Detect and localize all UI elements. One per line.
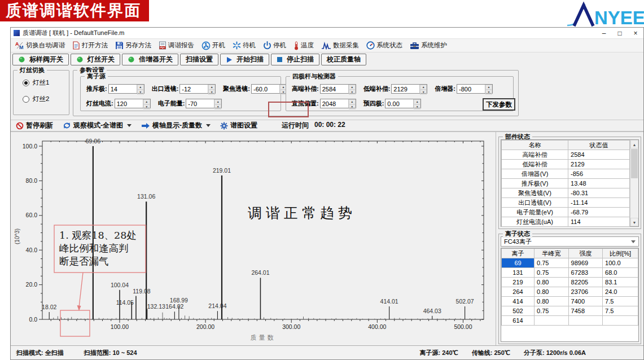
spinner-down-icon[interactable]: ▼ xyxy=(208,90,215,95)
svg-text:100.04: 100.04 xyxy=(111,282,129,288)
spinner-down-icon[interactable]: ▼ xyxy=(137,90,144,95)
calibrate-mass-axis-button[interactable]: 校正质量轴 xyxy=(321,54,366,65)
scrollbar[interactable]: ▲ ▼ xyxy=(630,140,638,226)
send-params-button[interactable]: 下发参数 xyxy=(483,98,515,111)
electron-energy-spinner[interactable]: -70▲▼ xyxy=(186,99,222,108)
toolbar-item-data-acquisition[interactable]: 数据采集 xyxy=(321,41,359,50)
scroll-down-icon[interactable]: ▼ xyxy=(630,218,638,226)
dc-offset-spinner[interactable]: 2048▲▼ xyxy=(320,99,356,108)
pre-quad-spinner[interactable]: 0.00▲▼ xyxy=(385,99,421,108)
focus-lens-value[interactable]: -60.0 xyxy=(252,85,279,93)
table-row[interactable]: 4140.8074007.5 xyxy=(502,297,638,306)
multiplier-value[interactable]: -800 xyxy=(457,85,485,93)
table-cell: 68.0 xyxy=(603,268,638,278)
scroll-up-icon[interactable]: ▲ xyxy=(630,140,638,148)
high-end-comp-value[interactable]: 2584 xyxy=(321,85,348,93)
low-end-comp-value[interactable]: 2129 xyxy=(392,85,419,93)
toolbar-item-save-method-as[interactable]: 另存方法 xyxy=(115,41,151,50)
low-end-comp-spinner[interactable]: 2129▲▼ xyxy=(391,84,427,94)
green-led-icon xyxy=(128,56,135,63)
spinner-down-icon[interactable]: ▼ xyxy=(485,90,492,95)
spinner-up-icon[interactable]: ▲ xyxy=(349,99,356,104)
spinner-down-icon[interactable]: ▼ xyxy=(420,90,427,95)
repeller-value[interactable]: 14 xyxy=(109,85,137,93)
scrollbar-thumb[interactable] xyxy=(631,149,638,178)
multiplier-switch-button[interactable]: 倍增器开关 xyxy=(122,54,178,65)
stop-scan-button[interactable]: 停止扫描 xyxy=(271,54,319,65)
start-scan-button[interactable]: 开始扫描 xyxy=(220,54,269,65)
table-row[interactable]: 2640.802370624.0 xyxy=(502,287,638,297)
toolbar-item-standby[interactable]: 待机 xyxy=(233,41,256,50)
table-cell: -68.79 xyxy=(568,208,630,217)
spinner-down-icon[interactable]: ▼ xyxy=(143,104,150,109)
toolbar-item-open-method[interactable]: 打开方法 xyxy=(72,41,108,50)
scan-settings-button[interactable]: 扫描设置 xyxy=(180,54,218,65)
toolbar-item-tune-report[interactable]: 调谐报告 xyxy=(159,41,194,50)
spinner-down-icon[interactable]: ▼ xyxy=(349,90,356,95)
spinner-up-icon[interactable]: ▲ xyxy=(143,99,150,104)
table-row[interactable]: 灯丝电流(uA)114 xyxy=(502,217,630,227)
radio-icon[interactable] xyxy=(23,96,29,103)
exit-lens-spinner[interactable]: -12▲▼ xyxy=(179,84,216,94)
table-row[interactable]: 低端补偿2129 xyxy=(502,160,630,169)
multiplier-field: 倍增器:-800▲▼ xyxy=(435,84,493,94)
table-row[interactable]: 690.7598969100.0 xyxy=(502,258,638,268)
observe-mode-dropdown[interactable]: 观察模式-全谱图 xyxy=(63,121,132,130)
high-end-comp-spinner[interactable]: 2584▲▼ xyxy=(320,84,356,94)
filament-current-spinner[interactable]: 120▲▼ xyxy=(115,99,151,108)
toolbar-item-system-maintenance[interactable]: 系统维护 xyxy=(410,41,447,50)
table-row[interactable]: 614 xyxy=(502,316,638,326)
spinner-up-icon[interactable]: ▲ xyxy=(485,85,492,90)
spinner-up-icon[interactable]: ▲ xyxy=(214,99,221,104)
multiplier-spinner[interactable]: -800▲▼ xyxy=(457,84,493,94)
table-row[interactable]: 聚焦透镜(V)-80.31 xyxy=(502,188,630,198)
table-row[interactable]: 5020.7574587.5 xyxy=(502,306,638,316)
spinner-down-icon[interactable]: ▼ xyxy=(349,104,356,109)
standby-icon xyxy=(233,41,241,50)
exit-lens-value[interactable]: -12 xyxy=(180,85,208,93)
toolbar-item-switch-auto-tune[interactable]: AM切换自动调谐 xyxy=(15,41,65,50)
filament-option-1[interactable]: 灯丝1 xyxy=(23,78,69,87)
maximize-button[interactable]: □ xyxy=(612,29,628,37)
toolbar-item-power-on[interactable]: 开机 xyxy=(201,41,225,50)
sample-valve-switch-button[interactable]: 标样阀开关 xyxy=(12,54,69,65)
filament-switch-button[interactable]: 灯丝开关 xyxy=(71,54,120,65)
table-row[interactable]: 1310.756728368.0 xyxy=(502,268,638,278)
spinner-up-icon[interactable]: ▲ xyxy=(137,85,144,90)
filament-current-value[interactable]: 120 xyxy=(115,99,143,108)
svg-text:219.01: 219.01 xyxy=(213,167,231,174)
close-button[interactable]: × xyxy=(628,29,643,37)
repeller-spinner[interactable]: 14▲▼ xyxy=(108,84,144,94)
axis-display-dropdown[interactable]: 横轴显示-质量数 xyxy=(141,121,211,130)
high-end-comp-field: 高端补偿:2584▲▼ xyxy=(292,84,356,94)
spinner-down-icon[interactable]: ▼ xyxy=(214,104,221,109)
table-row[interactable]: 推斥极(V)13.48 xyxy=(502,179,630,188)
spinner-down-icon[interactable]: ▼ xyxy=(414,104,420,109)
spinner-up-icon[interactable]: ▲ xyxy=(420,85,427,90)
filament-option-2[interactable]: 灯丝2 xyxy=(23,95,69,103)
toolbar-item-shutdown[interactable]: 停机 xyxy=(263,41,286,50)
spinner-up-icon[interactable]: ▲ xyxy=(208,85,215,90)
table-row[interactable]: 出口透镜(V)-11.14 xyxy=(502,198,630,208)
spinner-up-icon[interactable]: ▲ xyxy=(349,85,356,90)
toolbar-item-system-status[interactable]: 系统状态 xyxy=(366,41,402,50)
spectrum-settings-button[interactable]: 谱图设置 xyxy=(220,121,257,130)
spectrum-chart[interactable]: 0.020.040.060.080.0100.0100.00200.00300.… xyxy=(11,132,496,345)
data-acquisition-icon xyxy=(321,42,331,50)
table-cell: 83.1 xyxy=(603,278,638,287)
svg-text:18.02: 18.02 xyxy=(42,304,56,310)
minimize-button[interactable]: – xyxy=(596,29,612,37)
table-row[interactable]: 2190.808220583.1 xyxy=(502,278,638,287)
table-row[interactable]: 高端补偿2584 xyxy=(502,150,630,160)
table-row[interactable]: 倍增器(V)-856 xyxy=(502,169,630,179)
dc-offset-value[interactable]: 2048 xyxy=(321,99,348,108)
toolbar-item-temperature[interactable]: 温度 xyxy=(293,41,314,50)
electron-energy-value[interactable]: -70 xyxy=(186,99,214,108)
pause-refresh-button[interactable]: 暂停刷新 xyxy=(16,121,53,130)
svg-text:80.0: 80.0 xyxy=(26,177,38,184)
table-row[interactable]: 电子能量(eV)-68.79 xyxy=(502,208,630,217)
radio-selected-icon[interactable] xyxy=(23,80,29,86)
pre-quad-value[interactable]: 0.00 xyxy=(385,99,413,108)
spinner-up-icon[interactable]: ▲ xyxy=(414,99,420,104)
focus-lens-spinner[interactable]: -60.0▲▼ xyxy=(251,84,287,94)
